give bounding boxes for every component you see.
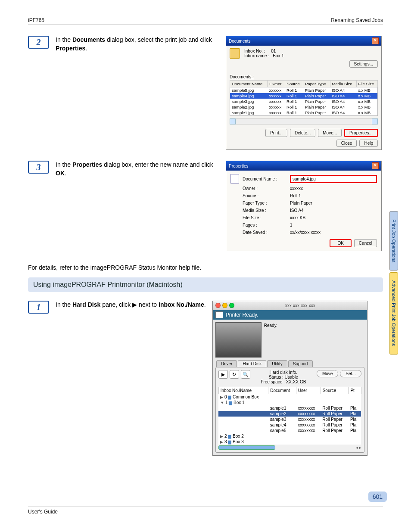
step-3-badge: 3 bbox=[28, 161, 49, 174]
close-icon[interactable]: × bbox=[372, 162, 379, 169]
step-2-text: In the Documents dialog box, select the … bbox=[56, 36, 219, 150]
document-icon bbox=[230, 174, 239, 184]
tree-node[interactable]: ▶ 3 ▆ Box 3 bbox=[218, 439, 361, 445]
triangle-right-icon: ▶ bbox=[132, 301, 137, 308]
close-icon[interactable]: × bbox=[372, 37, 379, 44]
search-button[interactable]: 🔍 bbox=[241, 370, 250, 379]
ok-button[interactable]: OK bbox=[330, 239, 351, 247]
step-1-text: In the Hard Disk pane, click ▶ next to I… bbox=[56, 301, 206, 456]
page-number: 601 bbox=[368, 492, 387, 502]
tab-driver[interactable]: Driver bbox=[216, 360, 237, 367]
reload-button[interactable]: ↻ bbox=[230, 370, 239, 379]
cancel-button[interactable]: Cancel bbox=[354, 239, 377, 247]
status-text: Ready. bbox=[264, 322, 364, 358]
mac-move-button[interactable]: Move bbox=[317, 370, 338, 377]
table-row[interactable]: sample3.jpgxxxxxxRoll 1Plain PaperISO A4… bbox=[230, 99, 378, 104]
tab-utility[interactable]: Utility bbox=[267, 360, 287, 367]
step-2-badge: 2 bbox=[28, 36, 49, 49]
tab-support[interactable]: Support bbox=[288, 360, 313, 367]
file-row[interactable]: sample2xxxxxxxxRoll PaperPlai bbox=[218, 411, 361, 417]
file-row[interactable]: sample3xxxxxxxxRoll PaperPlai bbox=[218, 417, 361, 422]
play-button[interactable]: ▶ bbox=[218, 370, 228, 379]
printmonitor-window: xxx-xxx-xxx-xxx Printer Ready. Ready. Dr… bbox=[212, 301, 367, 456]
document-name-input[interactable] bbox=[290, 175, 377, 183]
table-row[interactable]: sample2.jpgxxxxxxRoll 1Plain PaperISO A4… bbox=[230, 104, 378, 110]
file-row[interactable]: sample5xxxxxxxxRoll PaperPlai bbox=[218, 428, 361, 433]
detail-note: For details, refer to the imagePROGRAF S… bbox=[28, 264, 383, 271]
tree-node[interactable]: ▼ 1 ▆ Box 1 bbox=[218, 400, 361, 405]
close-button[interactable]: Close bbox=[336, 140, 357, 147]
documents-dialog: Documents × Inbox No. : 01 Inbox name : … bbox=[226, 36, 382, 150]
properties-dialog: Properties × Document Name : Owner :xxxx… bbox=[226, 161, 382, 251]
file-row[interactable]: sample4xxxxxxxxRoll PaperPlai bbox=[218, 422, 361, 428]
window-title: xxx-xxx-xxx-xxx bbox=[236, 303, 364, 308]
traffic-close-icon[interactable] bbox=[215, 303, 221, 308]
file-row[interactable]: sample1xxxxxxxxRoll PaperPlai bbox=[218, 405, 361, 411]
section-heading: Using imagePROGRAF Printmonitor (Macinto… bbox=[28, 277, 383, 292]
hard-disk-table[interactable]: Inbox No./NameDocumentUserSourcePt ▶ 0 ▆… bbox=[218, 387, 361, 445]
page-header: iPF765 Renaming Saved Jobs bbox=[28, 17, 383, 25]
printer-icon bbox=[215, 311, 223, 318]
documents-title: Documents bbox=[229, 39, 251, 44]
tree-node[interactable]: ▶ 0 ▆ Common Box bbox=[218, 394, 361, 400]
traffic-min-icon[interactable] bbox=[222, 303, 227, 308]
tab-hard-disk[interactable]: Hard Disk bbox=[238, 360, 266, 367]
settings-button[interactable]: Settings... bbox=[349, 60, 378, 68]
inbox-icon bbox=[230, 48, 240, 59]
table-row[interactable]: sample5.jpgxxxxxxRoll 1Plain PaperISO A4… bbox=[230, 87, 378, 93]
step-1-badge: 1 bbox=[28, 301, 49, 314]
traffic-zoom-icon[interactable] bbox=[229, 303, 234, 308]
footer-label: User's Guide bbox=[28, 507, 383, 515]
horizontal-scrollbar[interactable] bbox=[230, 118, 378, 124]
side-tab-advanced-ops[interactable]: Advanced Print Job Operations bbox=[389, 272, 398, 354]
printer-status: Printer Ready. bbox=[226, 312, 258, 318]
delete-button[interactable]: Delete... bbox=[290, 129, 315, 137]
model-label: iPF765 bbox=[28, 17, 44, 23]
move-button[interactable]: Move... bbox=[318, 129, 342, 137]
mac-scrollbar[interactable]: ◂ ▸ bbox=[218, 445, 361, 450]
side-tab-print-job-ops[interactable]: Print Job Operations bbox=[389, 211, 398, 271]
properties-button[interactable]: Properties... bbox=[344, 129, 378, 137]
properties-title: Properties bbox=[229, 164, 249, 168]
table-row[interactable]: sample4.jpgxxxxxxRoll 1Plain PaperISO A4… bbox=[230, 93, 378, 99]
print-button[interactable]: Print... bbox=[265, 129, 287, 137]
printer-image bbox=[215, 322, 262, 358]
help-button[interactable]: Help bbox=[359, 140, 378, 147]
section-label: Renaming Saved Jobs bbox=[331, 17, 383, 23]
step-3-text: In the Properties dialog box, enter the … bbox=[56, 161, 219, 251]
table-row[interactable]: sample1.jpgxxxxxxRoll 1Plain PaperISO A4… bbox=[230, 110, 378, 116]
documents-table[interactable]: Document NameOwnerSource Paper TypeMedia… bbox=[230, 80, 378, 116]
documents-list-label: Documents : bbox=[230, 75, 378, 79]
mac-set-button[interactable]: Set... bbox=[340, 370, 361, 377]
tree-node[interactable]: ▶ 2 ▆ Box 2 bbox=[218, 433, 361, 439]
